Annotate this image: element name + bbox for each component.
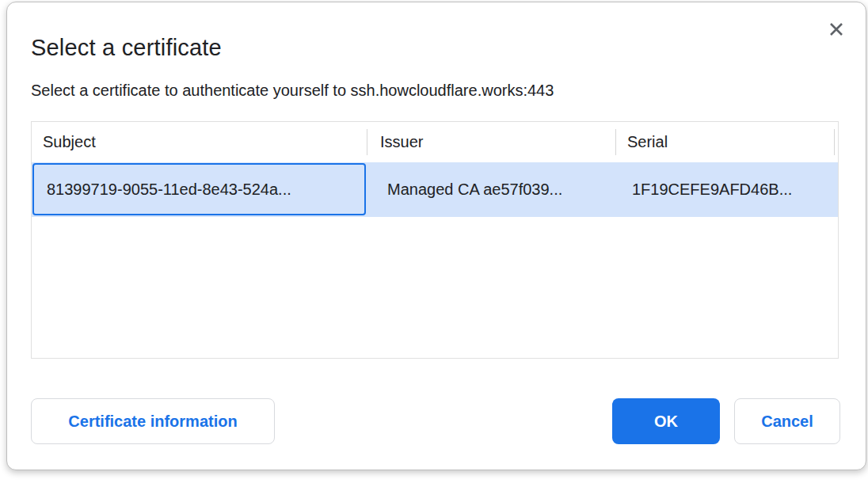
certificate-select-dialog: Select a certificate Select a certificat… (6, 2, 866, 470)
column-header-issuer: Issuer (367, 122, 616, 162)
certificate-table: Subject Issuer Serial 81399719-9055-11ed… (31, 121, 839, 359)
dialog-title: Select a certificate (31, 35, 222, 61)
certificate-serial-cell[interactable]: 1F19CEFE9AFD46B... (616, 162, 835, 217)
certificate-issuer-cell[interactable]: Managed CA ae57f039... (367, 162, 616, 217)
column-header-serial-label: Serial (627, 133, 668, 151)
page-background: Select a certificate Select a certificat… (0, 0, 868, 483)
certificate-information-button[interactable]: Certificate information (31, 398, 275, 444)
column-header-subject: Subject (32, 122, 367, 162)
certificate-subject-cell[interactable]: 81399719-9055-11ed-8e43-524a... (32, 163, 366, 215)
column-header-filler (835, 122, 838, 162)
column-header-subject-label: Subject (43, 133, 96, 151)
certificate-row[interactable]: 81399719-9055-11ed-8e43-524a... Managed … (32, 162, 838, 217)
dialog-subtitle: Select a certificate to authenticate you… (31, 82, 554, 100)
close-button[interactable] (824, 17, 848, 41)
certificate-table-header: Subject Issuer Serial (32, 122, 838, 162)
cancel-button[interactable]: Cancel (734, 398, 840, 444)
ok-button[interactable]: OK (612, 398, 720, 444)
close-icon (828, 21, 845, 38)
column-header-issuer-label: Issuer (380, 133, 423, 151)
column-header-serial: Serial (616, 122, 835, 162)
